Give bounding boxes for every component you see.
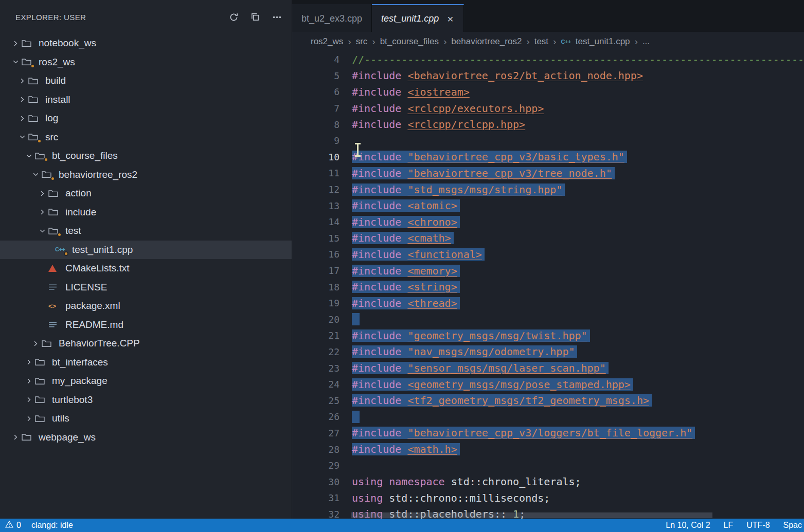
code-line[interactable]: 20 [292, 311, 804, 328]
line-number[interactable]: 8 [292, 119, 340, 130]
tree-file-LICENSE[interactable]: LICENSE [0, 278, 292, 297]
code-line[interactable]: 23#include "sensor_msgs/msg/laser_scan.h… [292, 360, 804, 376]
tree-folder-utils[interactable]: utils [0, 409, 292, 428]
horizontal-scrollbar[interactable] [351, 512, 712, 518]
line-number[interactable]: 13 [292, 200, 340, 211]
line-number[interactable]: 19 [292, 298, 340, 308]
indent-indicator[interactable]: Spac [783, 521, 802, 530]
tree-folder-BehaviorTree.CPP[interactable]: BehaviorTree.CPP [0, 334, 292, 353]
line-number[interactable]: 32 [292, 509, 340, 519]
code-line[interactable]: 28#include <math.h> [292, 441, 804, 457]
code-line[interactable]: 11#include "behaviortree_cpp_v3/tree_nod… [292, 165, 804, 181]
more-actions-icon[interactable] [270, 10, 283, 24]
line-number[interactable]: 29 [292, 460, 340, 471]
line-number[interactable]: 18 [292, 282, 340, 292]
tree-folder-webpage_ws[interactable]: webpage_ws [0, 428, 292, 447]
tree-folder-src[interactable]: src [0, 128, 292, 147]
code-line[interactable]: 25#include <tf2_geometry_msgs/tf2_geomet… [292, 392, 804, 409]
breadcrumb-item[interactable]: src [356, 36, 368, 47]
tree-folder-my_package[interactable]: my_package [0, 372, 292, 391]
collapse-folders-icon[interactable] [248, 10, 262, 24]
code-line[interactable]: 9 [292, 133, 804, 149]
breadcrumb-item[interactable]: behaviortree_ros2 [451, 36, 522, 47]
code-line[interactable]: 5#include <behaviortree_ros2/bt_action_n… [292, 68, 804, 84]
code-line[interactable]: 6#include <iostream> [292, 84, 804, 100]
line-number[interactable]: 25 [292, 395, 340, 406]
code-line[interactable]: 26 [292, 409, 804, 425]
line-number[interactable]: 28 [292, 444, 340, 455]
code-line[interactable]: 19#include <thread> [292, 295, 804, 311]
breadcrumb-item[interactable]: bt_course_files [380, 36, 439, 47]
line-number[interactable]: 9 [292, 135, 340, 146]
tree-folder-build[interactable]: build [0, 71, 292, 90]
tree-file-README.md[interactable]: README.md [0, 316, 292, 335]
code-line[interactable]: 10#include "behaviortree_cpp_v3/basic_ty… [292, 149, 804, 166]
line-number[interactable]: 31 [292, 492, 340, 503]
tree-folder-bt_interfaces[interactable]: bt_interfaces [0, 353, 292, 372]
code-line[interactable]: 7#include <rclcpp/executors.hpp> [292, 100, 804, 117]
tree-file-package.xml[interactable]: <>package.xml [0, 297, 292, 316]
refresh-explorer-icon[interactable] [227, 10, 240, 24]
editor[interactable]: 4//-------------------------------------… [292, 51, 804, 519]
line-number[interactable]: 6 [292, 86, 340, 97]
code-line[interactable]: 22#include "nav_msgs/msg/odometry.hpp" [292, 344, 804, 360]
line-number[interactable]: 17 [292, 265, 340, 276]
code-line[interactable]: 18#include <string> [292, 279, 804, 295]
code-line[interactable]: 31using std::chrono::milliseconds; [292, 490, 804, 506]
line-number[interactable]: 20 [292, 314, 340, 325]
code-line[interactable]: 29 [292, 457, 804, 474]
tree-folder-action[interactable]: action [0, 184, 292, 203]
tree-file-test_unit1.cpp[interactable]: C++test_unit1.cpp [0, 241, 292, 260]
line-number[interactable]: 10 [292, 152, 340, 162]
code-line[interactable]: 14#include <chrono> [292, 214, 804, 230]
close-tab-icon[interactable]: × [446, 13, 454, 24]
line-number[interactable]: 4 [292, 54, 340, 65]
code-line[interactable]: 24#include <geometry_msgs/msg/pose_stamp… [292, 376, 804, 393]
code-line[interactable]: 17#include <memory> [292, 263, 804, 279]
line-number[interactable]: 16 [292, 249, 340, 260]
code-line[interactable]: 16#include <functional> [292, 246, 804, 263]
code-line[interactable]: 13#include <atomic> [292, 197, 804, 214]
line-number[interactable]: 7 [292, 103, 340, 114]
code-line[interactable]: 8#include <rclcpp/rclcpp.hpp> [292, 116, 804, 133]
cursor-position[interactable]: Ln 10, Col 2 [666, 521, 710, 530]
line-number[interactable]: 14 [292, 216, 340, 227]
tab-bt_u2_ex3.cpp[interactable]: bt_u2_ex3.cpp [292, 4, 372, 32]
tree-folder-include[interactable]: include [0, 203, 292, 222]
line-number[interactable]: 26 [292, 411, 340, 422]
line-number[interactable]: 12 [292, 184, 340, 195]
line-number[interactable]: 11 [292, 168, 340, 178]
line-number[interactable]: 23 [292, 363, 340, 374]
line-number[interactable]: 24 [292, 379, 340, 390]
tree-folder-install[interactable]: install [0, 90, 292, 109]
breadcrumb-item[interactable]: test [534, 36, 548, 47]
eol-indicator[interactable]: LF [724, 521, 734, 530]
code-line[interactable]: 30using namespace std::chrono_literals; [292, 473, 804, 490]
problems-indicator[interactable]: 0 [5, 521, 21, 530]
tree-folder-ros2_ws[interactable]: ros2_ws [0, 53, 292, 72]
line-number[interactable]: 30 [292, 476, 340, 487]
line-number[interactable]: 15 [292, 233, 340, 244]
clangd-status[interactable]: clangd: idle [31, 521, 73, 530]
code-line[interactable]: 15#include <cmath> [292, 230, 804, 247]
tree-folder-test[interactable]: test [0, 222, 292, 241]
tree-folder-log[interactable]: log [0, 109, 292, 128]
tree-file-CMakeLists.txt[interactable]: CMakeLists.txt [0, 259, 292, 278]
line-number[interactable]: 27 [292, 428, 340, 438]
code-line[interactable]: 12#include "std_msgs/msg/string.hpp" [292, 181, 804, 198]
line-number[interactable]: 5 [292, 70, 340, 81]
code-line[interactable]: 4//-------------------------------------… [292, 51, 804, 68]
code-line[interactable]: 27#include "behaviortree_cpp_v3/loggers/… [292, 425, 804, 442]
tree-folder-notebook_ws[interactable]: notebook_ws [0, 34, 292, 53]
tab-test_unit1.cpp[interactable]: test_unit1.cpp× [372, 4, 464, 32]
code-line[interactable]: 21#include "geometry_msgs/msg/twist.hpp" [292, 327, 804, 344]
encoding-indicator[interactable]: UTF-8 [746, 521, 770, 530]
breadcrumb-item[interactable]: ... [642, 36, 650, 47]
tree-folder-behaviortree_ros2[interactable]: behaviortree_ros2 [0, 166, 292, 185]
tree-folder-turtlebot3[interactable]: turtlebot3 [0, 391, 292, 410]
breadcrumb-item[interactable]: ros2_ws [311, 36, 343, 47]
tree-folder-bt_course_files[interactable]: bt_course_files [0, 146, 292, 166]
line-number[interactable]: 22 [292, 346, 340, 357]
breadcrumb-item[interactable]: test_unit1.cpp [576, 36, 630, 47]
line-number[interactable]: 21 [292, 330, 340, 341]
